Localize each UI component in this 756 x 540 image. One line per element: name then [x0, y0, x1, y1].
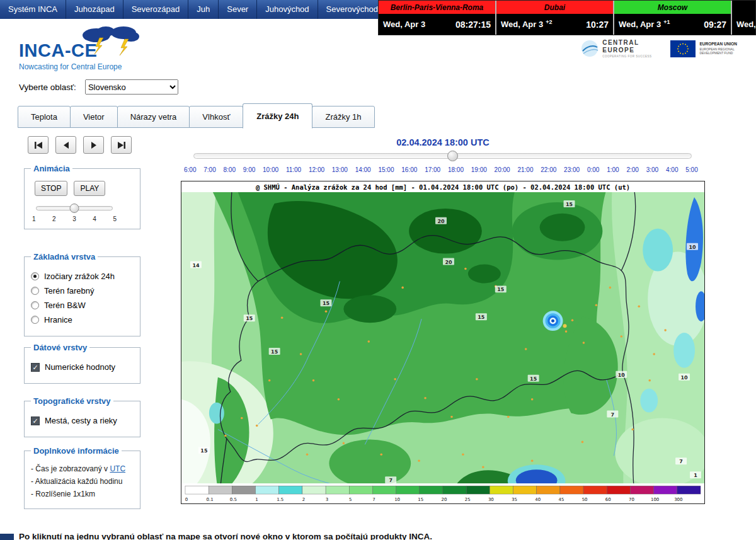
legend-swatch-300 — [677, 486, 701, 494]
radio-option-4[interactable]: Hranice — [31, 315, 134, 325]
clock-city: Dubai — [496, 1, 613, 14]
footer-bar — [0, 534, 14, 540]
eu-logo: EUROPEAN UNION EUROPEAN REGIONAL DEVELOP… — [670, 40, 737, 57]
region-select[interactable]: Slovensko — [85, 79, 178, 95]
contour-label: 7 — [679, 459, 683, 464]
last-frame-button[interactable] — [111, 136, 132, 154]
radio-icon[interactable] — [31, 287, 39, 295]
clock-time-row: Wed, Apr 3+109:27 — [614, 14, 731, 35]
legend-label: 3 — [326, 497, 328, 502]
time-tick: 15:00 — [378, 166, 394, 173]
contour-label: 7 — [389, 478, 392, 483]
prev-icon — [62, 142, 71, 149]
contour-label: 15 — [246, 316, 253, 321]
utc-link[interactable]: UTC — [110, 464, 125, 473]
topo-layers-panel: Topografické vrstvy Mestá, cesty a rieky — [24, 396, 140, 437]
stop-button[interactable]: STOP — [35, 181, 67, 196]
radio-icon[interactable] — [31, 316, 39, 324]
city-dot — [312, 379, 315, 382]
legend-swatch-0.5 — [232, 486, 255, 494]
time-tick: 19:00 — [471, 166, 487, 173]
legend-label: 60 — [605, 497, 611, 502]
central-europe-logo: CENTRAL EUROPE COOPERATING FOR SUCCESS — [581, 39, 651, 58]
tab-bar: TeplotaVietorNárazy vetraVlhkosťZrážky 2… — [18, 104, 375, 128]
region-select-label: Vyberte oblasť: — [19, 83, 76, 92]
radio-option-1[interactable]: Izočiary zrážok 24h — [31, 272, 134, 281]
tab-vlhkos-[interactable]: Vlhkosť — [189, 106, 243, 128]
checkbox-option-1[interactable]: Mestá, cesty a rieky — [31, 416, 134, 425]
city-dot — [664, 329, 667, 331]
precipitation-map[interactable]: @ SHMÚ - Analýza zrážok za 24 hod [mm] -… — [181, 181, 705, 504]
eu-line3: DEVELOPMENT FUND — [699, 51, 737, 55]
city-dot — [241, 417, 243, 420]
time-tick: 16:00 — [401, 166, 417, 173]
legend-swatch-100 — [654, 486, 677, 494]
contour-label: 10 — [689, 244, 696, 250]
time-tick: 18:00 — [448, 166, 464, 173]
city-dot — [631, 428, 634, 431]
tab-teplota[interactable]: Teplota — [18, 106, 71, 128]
tab-zr-ky-1h[interactable]: Zrážky 1h — [312, 106, 374, 128]
city-dot — [476, 378, 478, 381]
radio-icon[interactable] — [31, 301, 39, 309]
speed-slider-handle[interactable] — [70, 204, 79, 213]
speed-tick-1: 1 — [32, 215, 36, 222]
tab-vietor[interactable]: Vietor — [70, 106, 118, 128]
legend-label: 300 — [674, 497, 682, 502]
first-frame-button[interactable] — [28, 136, 49, 154]
legend-label: 0.5 — [230, 497, 237, 502]
city-dot — [595, 304, 598, 306]
radio-option-3[interactable]: Terén B&W — [31, 301, 134, 310]
legend-label: 7 — [372, 497, 375, 502]
nav-item-7[interactable]: Severovýchod — [318, 0, 387, 19]
city-dot — [531, 398, 534, 401]
info-utc-prefix: - Čas je zobrazovaný v — [31, 464, 110, 473]
clock-date: Wed, Apr 3 — [383, 20, 425, 29]
legend-swatch-25 — [466, 486, 490, 494]
time-ticks: 6:007:008:009:0010:0011:0012:0013:0014:0… — [184, 166, 698, 173]
checkbox-icon[interactable] — [31, 416, 40, 425]
time-tick: 23:00 — [564, 166, 580, 173]
legend-label: 0 — [185, 497, 188, 502]
nav-item-2[interactable]: Juhozápad — [66, 0, 123, 19]
checkbox-option-1[interactable]: Numerické hodnoty — [31, 362, 134, 372]
time-tick: 21:00 — [517, 166, 533, 173]
ce-tagline: COOPERATING FOR SUCCESS — [602, 55, 651, 58]
city-dot — [462, 454, 464, 456]
nav-item-6[interactable]: Juhovýchod — [257, 0, 318, 19]
additional-info-panel: Doplnkové informácie - Čas je zobrazovan… — [24, 446, 140, 509]
data-layers-options: Numerické hodnoty — [31, 362, 134, 372]
time-tick: 12:00 — [309, 166, 324, 173]
nav-item-3[interactable]: Severozápad — [123, 0, 189, 19]
time-tick: 13:00 — [332, 166, 348, 173]
contour-label: 15 — [200, 448, 207, 454]
clock-city: Moscow — [614, 1, 731, 14]
nav-item-5[interactable]: Sever — [219, 0, 257, 19]
animation-legend: Animácia — [31, 164, 72, 173]
time-slider-handle[interactable] — [447, 151, 458, 161]
tab-n-razy-vetra[interactable]: Nárazy vetra — [117, 106, 190, 128]
speed-scale: 12345 — [32, 215, 117, 222]
time-slider[interactable] — [193, 153, 692, 159]
prev-frame-button[interactable] — [55, 136, 76, 154]
city-dot — [256, 425, 258, 427]
contour-label: 15 — [530, 376, 537, 382]
clock-1: Berlin-Paris-Vienna-RomaWed, Apr 308:27:… — [379, 1, 496, 35]
next-frame-button[interactable] — [83, 136, 104, 154]
city-dot — [638, 305, 640, 307]
speed-slider[interactable] — [36, 206, 113, 210]
nav-item-4[interactable]: Juh — [188, 0, 219, 19]
skip-last-icon — [117, 142, 126, 149]
legend-swatch-20 — [443, 486, 466, 494]
tab-zr-ky-24h[interactable]: Zrážky 24h — [243, 103, 312, 129]
legend-label: 100 — [651, 497, 659, 502]
checkbox-icon[interactable] — [31, 363, 40, 372]
speed-tick-2: 2 — [52, 215, 56, 222]
play-button[interactable]: PLAY — [74, 181, 105, 196]
city-dot — [531, 459, 534, 462]
radio-icon[interactable] — [31, 272, 39, 280]
footer-note: Po kliknutí na jednu vybranú oblasť na m… — [19, 532, 432, 540]
nav-item-1[interactable]: Systém INCA — [0, 0, 66, 19]
radio-option-2[interactable]: Terén farebný — [31, 286, 134, 296]
clock-offset: +2 — [546, 19, 552, 25]
